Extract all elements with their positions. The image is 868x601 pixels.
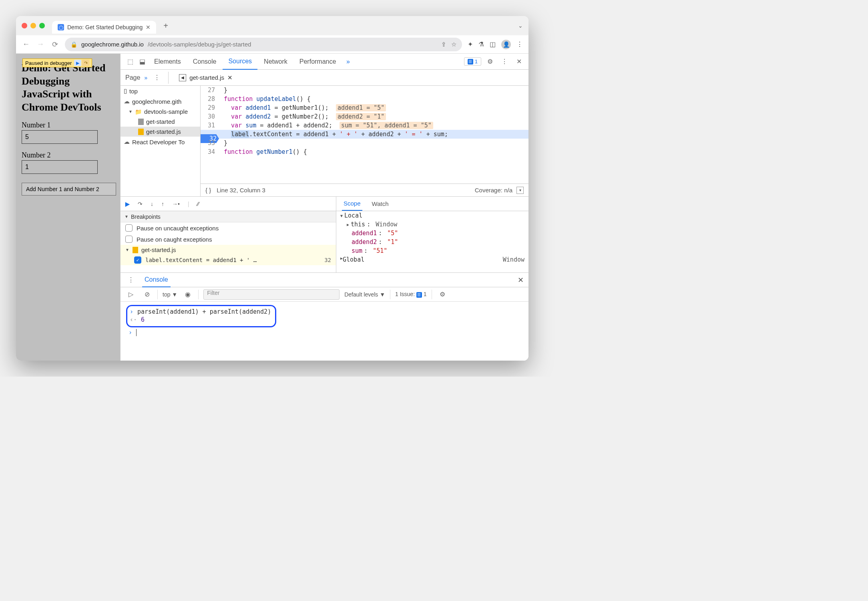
log-levels-selector[interactable]: Default levels ▼ bbox=[344, 291, 385, 298]
clear-console-icon[interactable]: ⊘ bbox=[141, 289, 153, 300]
lock-icon: 🔒 bbox=[70, 41, 77, 48]
new-tab-button[interactable]: + bbox=[163, 21, 168, 30]
breakpoint-file-group[interactable]: ▼get-started.js bbox=[121, 245, 336, 255]
sources-more-icon[interactable]: » bbox=[144, 75, 147, 81]
issues-button[interactable]: ☰1 bbox=[464, 57, 481, 66]
pause-uncaught-checkbox[interactable]: Pause on uncaught exceptions bbox=[121, 222, 336, 234]
browser-tab[interactable]: ◯ Demo: Get Started Debugging ✕ bbox=[52, 21, 156, 34]
console-toolbar: ▷ ⊘ top ▼ ◉ Filter Default levels ▼ 1 Is… bbox=[121, 287, 528, 302]
console-drawer: ⋮ Console ✕ ▷ ⊘ top ▼ ◉ Filter Default l… bbox=[121, 272, 528, 361]
settings-icon[interactable]: ⚙ bbox=[484, 56, 496, 67]
drawer-header: ⋮ Console ✕ bbox=[121, 273, 528, 287]
breakpoint-checkbox[interactable]: ✓ bbox=[134, 256, 141, 264]
step-into-button[interactable]: ↓ bbox=[151, 201, 153, 207]
kebab-icon[interactable]: ⋮ bbox=[499, 56, 510, 67]
inspect-icon[interactable]: ⬚ bbox=[125, 56, 136, 67]
scope-local[interactable]: ▼Local bbox=[336, 211, 528, 220]
input-number-2[interactable] bbox=[22, 160, 98, 174]
address-bar[interactable]: 🔒 googlechrome.github.io/devtools-sample… bbox=[65, 38, 462, 51]
deactivate-breakpoints-button[interactable]: ⁄⁄ bbox=[197, 201, 199, 207]
file-close-icon[interactable]: ✕ bbox=[227, 74, 233, 81]
tab-performance[interactable]: Performance bbox=[294, 54, 342, 69]
step-over-button[interactable]: ↷ bbox=[138, 201, 143, 207]
reload-button[interactable]: ⟳ bbox=[50, 40, 59, 49]
overlay-resume-button[interactable]: ▶ bbox=[74, 60, 81, 66]
label-number-1: Number 1 bbox=[22, 121, 115, 129]
issues-link[interactable]: 1 Issue: ☰ 1 bbox=[395, 291, 427, 298]
resume-button[interactable]: ▶ bbox=[125, 201, 130, 207]
forward-button[interactable]: → bbox=[36, 40, 45, 48]
close-window-button[interactable] bbox=[22, 23, 27, 28]
tab-overflow-icon[interactable]: ⌄ bbox=[518, 22, 523, 29]
tree-folder[interactable]: ▼📁devtools-sample bbox=[121, 107, 200, 117]
console-output[interactable]: ›parseInt(addend1) + parseInt(addend2) ‹… bbox=[121, 302, 528, 361]
side-panel-icon[interactable]: ◫ bbox=[490, 40, 496, 48]
scope-var-addend2: addend2: "1" bbox=[336, 238, 528, 246]
extensions-icon[interactable]: ✦ bbox=[468, 40, 473, 48]
console-sidebar-icon[interactable]: ▷ bbox=[125, 289, 137, 300]
scope-global[interactable]: ▶GlobalWindow bbox=[336, 255, 528, 264]
format-icon[interactable]: { } bbox=[205, 187, 211, 194]
step-out-button[interactable]: ↑ bbox=[161, 201, 164, 207]
maximize-window-button[interactable] bbox=[39, 23, 45, 28]
console-filter-input[interactable]: Filter bbox=[203, 289, 340, 300]
tree-top[interactable]: ▯top bbox=[121, 86, 200, 96]
menu-icon[interactable]: ⋮ bbox=[516, 40, 523, 48]
tab-console[interactable]: Console bbox=[187, 54, 222, 69]
profile-avatar[interactable]: 👤 bbox=[501, 40, 511, 49]
bookmark-icon[interactable]: ☆ bbox=[451, 41, 456, 48]
js-file-icon bbox=[133, 247, 138, 253]
traffic-lights bbox=[22, 23, 45, 28]
tree-file-js[interactable]: get-started.js bbox=[121, 127, 200, 137]
return-icon: ‹· bbox=[130, 316, 137, 323]
sources-nav-tab[interactable]: Page bbox=[125, 74, 140, 81]
devtools-panel: ⬚ ⬓ Elements Console Sources Network Per… bbox=[120, 54, 528, 361]
tab-elements[interactable]: Elements bbox=[149, 54, 187, 69]
live-expression-icon[interactable]: ◉ bbox=[182, 289, 193, 300]
labs-icon[interactable]: ⚗ bbox=[478, 40, 484, 48]
tree-origin[interactable]: ☁googlechrome.gith bbox=[121, 96, 200, 107]
pause-caught-checkbox[interactable]: Pause on caught exceptions bbox=[121, 234, 336, 245]
tab-network[interactable]: Network bbox=[258, 54, 293, 69]
favicon-icon: ◯ bbox=[58, 24, 64, 30]
context-selector[interactable]: top ▼ bbox=[163, 291, 177, 298]
drawer-kebab-icon[interactable]: ⋮ bbox=[125, 274, 137, 286]
back-button[interactable]: ← bbox=[22, 40, 30, 48]
nav-toggle-icon[interactable]: ◀ bbox=[179, 74, 186, 81]
input-number-1[interactable] bbox=[22, 130, 98, 144]
minimize-window-button[interactable] bbox=[30, 23, 36, 28]
share-icon[interactable]: ⇪ bbox=[441, 41, 446, 48]
drawer-close-icon[interactable]: ✕ bbox=[518, 276, 524, 284]
close-devtools-icon[interactable]: ✕ bbox=[513, 56, 524, 67]
scope-var-addend1: addend1: "5" bbox=[336, 229, 528, 238]
tree-extension[interactable]: ☁React Developer To bbox=[121, 137, 200, 147]
more-tabs-icon[interactable]: » bbox=[342, 56, 354, 67]
label-number-2: Number 2 bbox=[22, 151, 115, 159]
debug-toolbar: ▶ ↷ ↓ ↑ →• | ⁄⁄ bbox=[121, 197, 336, 211]
devtools-tabs: ⬚ ⬓ Elements Console Sources Network Per… bbox=[121, 54, 528, 70]
watch-tab[interactable]: Watch bbox=[370, 197, 390, 210]
device-toggle-icon[interactable]: ⬓ bbox=[137, 56, 148, 67]
scope-this[interactable]: ▶this: Window bbox=[336, 220, 528, 229]
tab-sources[interactable]: Sources bbox=[223, 54, 257, 70]
console-drawer-tab[interactable]: Console bbox=[142, 273, 171, 287]
prompt-icon: › bbox=[129, 329, 132, 336]
highlight-callout: ›parseInt(addend1) + parseInt(addend2) ‹… bbox=[126, 305, 276, 327]
sources-kebab-icon[interactable]: ⋮ bbox=[151, 72, 163, 83]
scope-tab[interactable]: Scope bbox=[342, 197, 362, 211]
overlay-step-button[interactable]: ↷ bbox=[82, 60, 89, 66]
open-file-tab[interactable]: ◀ get-started.js ✕ bbox=[174, 71, 237, 85]
editor-status-bar: { } Line 32, Column 3 Coverage: n/a ▾ bbox=[201, 184, 528, 196]
breakpoints-header[interactable]: ▼Breakpoints bbox=[121, 211, 336, 222]
step-button[interactable]: →• bbox=[172, 201, 180, 207]
url-path: /devtools-samples/debug-js/get-started bbox=[148, 41, 251, 48]
scope-body: ▼Local ▶this: Window addend1: "5" addend… bbox=[336, 211, 528, 272]
console-settings-icon[interactable]: ⚙ bbox=[437, 289, 448, 300]
breakpoint-entry[interactable]: ✓label.textContent = addend1 + ' …32 bbox=[121, 255, 336, 265]
tab-close-button[interactable]: ✕ bbox=[146, 24, 151, 30]
tree-file-html[interactable]: get-started bbox=[121, 117, 200, 127]
add-button[interactable]: Add Number 1 and Number 2 bbox=[22, 183, 116, 196]
code-area[interactable]: 27} 28function updateLabel() { 29 var ad… bbox=[201, 86, 528, 184]
console-input-line: parseInt(addend1) + parseInt(addend2) bbox=[137, 308, 271, 315]
coverage-dropdown-icon[interactable]: ▾ bbox=[516, 187, 524, 194]
